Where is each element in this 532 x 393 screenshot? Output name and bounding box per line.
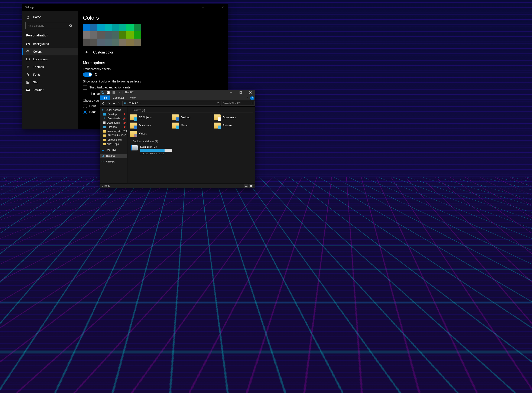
color-swatch[interactable] [112, 24, 119, 31]
radio-light[interactable] [83, 104, 87, 108]
nav-qa-pny[interactable]: PNY XLR8 2080 review [100, 133, 127, 138]
color-swatch[interactable] [126, 39, 134, 46]
forward-button[interactable] [107, 101, 112, 106]
color-swatch[interactable] [97, 39, 105, 46]
color-swatch[interactable] [112, 31, 119, 39]
color-swatch[interactable] [119, 31, 126, 39]
nav-qa-asus[interactable]: asus rog strix 2080 oc [100, 129, 127, 133]
folder-3d-objects[interactable]: 3D Objects [130, 114, 169, 121]
nav-qa-downloads[interactable]: ⬇Downloads📌 [100, 116, 127, 121]
nav-background[interactable]: Background [22, 40, 78, 48]
nav-qa-documents[interactable]: Documents📌 [100, 121, 127, 125]
nav-lockscreen[interactable]: Lock screen [22, 55, 78, 63]
color-swatch[interactable] [90, 31, 97, 39]
color-swatch[interactable] [83, 39, 90, 46]
group-drives-header[interactable]: Devices and drives (1) [130, 139, 253, 144]
history-dropdown[interactable] [113, 101, 116, 106]
color-swatch[interactable] [119, 24, 126, 31]
checkbox-titlebars[interactable] [83, 92, 87, 96]
maximize-button[interactable] [236, 89, 246, 96]
drive-local-disk-c[interactable]: Local Disk (C:) 117 GB free of 475 GB [131, 145, 253, 155]
transparency-toggle[interactable] [83, 73, 92, 77]
color-swatch[interactable] [126, 24, 134, 31]
ribbon-computer[interactable]: Computer [110, 95, 127, 100]
folder-music[interactable]: Music [172, 122, 212, 129]
minimize-button[interactable] [198, 4, 208, 11]
color-swatch[interactable] [126, 31, 134, 39]
qat-properties-button[interactable]: ☐ [105, 90, 111, 95]
nav-qa-desktop[interactable]: Desktop📌 [100, 112, 127, 116]
refresh-button[interactable] [217, 102, 219, 105]
address-bar[interactable]: 🖥 › This PC › ⌄ [122, 101, 220, 106]
ribbon-view[interactable]: View [127, 95, 138, 100]
ribbon-file[interactable]: File [100, 95, 110, 100]
color-swatch[interactable] [97, 24, 105, 31]
qat-new-button[interactable] [111, 90, 116, 95]
minimize-button[interactable] [226, 89, 236, 96]
category-heading: Personalization [22, 32, 78, 40]
radio-light-label: Light [89, 104, 96, 108]
custom-color-button[interactable]: + [83, 49, 90, 56]
color-swatch[interactable] [83, 24, 90, 31]
close-button[interactable] [218, 4, 228, 11]
nav-start[interactable]: Start [22, 79, 78, 86]
label: asus rog strix 2080 oc [108, 130, 127, 133]
label: OneDrive [106, 148, 117, 152]
nav-qa-screenshots[interactable]: Screenshots [100, 138, 127, 142]
tiles-view-button[interactable] [249, 184, 253, 188]
color-swatch[interactable] [90, 24, 97, 31]
ribbon-expand-button[interactable] [245, 95, 250, 100]
back-button[interactable] [101, 101, 106, 106]
home-icon [26, 15, 30, 19]
breadcrumb-this-pc[interactable]: This PC [129, 102, 138, 105]
svg-rect-15 [27, 83, 28, 84]
svg-rect-14 [28, 81, 29, 82]
folder-desktop[interactable]: Desktop [172, 114, 212, 121]
nav-colors[interactable]: Colors [22, 48, 78, 55]
color-swatch[interactable] [105, 31, 112, 39]
folder-icon [130, 114, 137, 120]
color-swatch[interactable] [105, 24, 112, 31]
folder-documents[interactable]: Documents [213, 114, 253, 121]
group-folders-header[interactable]: Folders (7) [130, 108, 253, 113]
start-icon [26, 81, 30, 84]
help-button[interactable]: ? [250, 96, 254, 100]
color-swatch[interactable] [119, 39, 126, 46]
settings-search-input[interactable] [28, 24, 66, 27]
color-swatch[interactable] [134, 31, 141, 39]
color-swatch[interactable] [83, 31, 90, 39]
nav-fonts[interactable]: Fonts [22, 71, 78, 79]
color-swatch[interactable] [134, 24, 141, 31]
folder-downloads[interactable]: Downloads [130, 122, 169, 129]
nav-quick-access[interactable]: ★ Quick access [100, 108, 127, 112]
details-view-button[interactable] [244, 184, 249, 188]
home-button[interactable]: Home [22, 13, 78, 21]
nav-this-pc[interactable]: 🖥This PC [100, 154, 127, 158]
color-swatch[interactable] [105, 39, 112, 46]
explorer-search[interactable]: Search This PC [221, 101, 255, 106]
app-icon[interactable]: ⧉ [100, 90, 105, 95]
radio-dark[interactable] [83, 110, 87, 114]
nav-qa-pictures[interactable]: Pictures📌 [100, 125, 127, 129]
label: Pictures [108, 126, 117, 128]
nav-network[interactable]: ⚯Network [100, 160, 127, 164]
folder-pictures[interactable]: Pictures [213, 122, 253, 129]
color-swatch[interactable] [134, 39, 141, 46]
nav-qa-win10tips[interactable]: win10 tips [100, 142, 127, 146]
up-button[interactable] [116, 101, 122, 106]
nav-taskbar[interactable]: Taskbar [22, 86, 78, 94]
color-swatch[interactable] [112, 39, 119, 46]
folder-videos[interactable]: Videos [130, 130, 169, 137]
checkbox-start-taskbar[interactable] [83, 85, 87, 89]
explorer-window-title: This PC [125, 91, 134, 94]
color-swatch[interactable] [90, 39, 97, 46]
qat-dropdown[interactable]: ▾ [116, 90, 122, 95]
settings-search[interactable] [25, 22, 75, 29]
nav-onedrive[interactable]: ☁OneDrive [100, 148, 127, 152]
settings-window-title: Settings [25, 6, 34, 9]
color-swatch[interactable] [97, 31, 105, 39]
address-dropdown[interactable]: ⌄ [214, 102, 216, 105]
nav-themes[interactable]: Themes [22, 63, 78, 71]
svg-rect-25 [245, 185, 247, 185]
maximize-button[interactable] [208, 4, 218, 11]
